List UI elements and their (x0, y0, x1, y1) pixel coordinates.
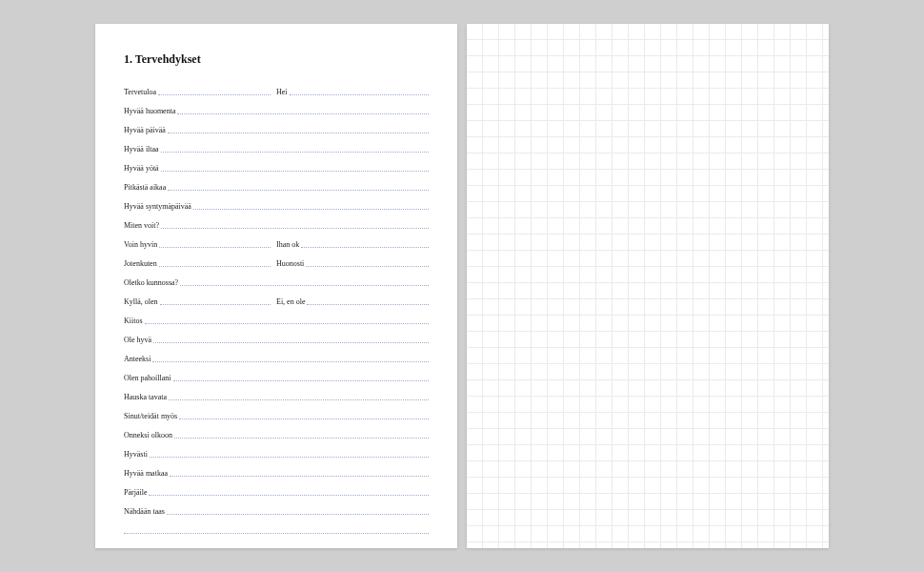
vocab-cell-left: Jotenkuten (124, 259, 276, 269)
vocab-term: Huonosti (276, 259, 306, 269)
vocab-term: Jotenkuten (124, 259, 159, 269)
vocab-term: Ei, en ole (276, 297, 307, 307)
vocab-cell: Pitkästä aikaa (124, 183, 429, 193)
vocab-cell: Sinut/teidät myös (124, 412, 429, 421)
vocabulary-row: Anteeksi (124, 345, 429, 364)
vocab-term: Oletko kunnossa? (124, 278, 180, 288)
vocab-cell: Hyvää syntymäpäivää (124, 202, 429, 212)
vocabulary-row: Miten voit? (124, 212, 429, 231)
vocab-term: Anteeksi (124, 355, 152, 364)
vocab-cell: Hyvää päivää (124, 126, 429, 135)
vocab-term: Hyvästi (124, 450, 150, 460)
vocab-cell-right: Huonosti (276, 259, 429, 269)
vocabulary-row: Hyvää iltaa (124, 135, 429, 154)
vocabulary-row: Onneksi olkoon (124, 421, 429, 440)
vocabulary-row: Hyvää huomenta (124, 97, 429, 116)
vocab-cell: Kiitos (124, 317, 429, 326)
vocab-cell: Hyvää iltaa (124, 145, 429, 154)
vocabulary-row: Ole hyvä (124, 326, 429, 345)
vocab-cell: Miten voit? (124, 221, 429, 231)
vocab-term: Hyvää matkaa (124, 469, 170, 479)
vocab-term: Hyvää syntymäpäivää (124, 202, 193, 212)
vocab-cell-left: Kyllä, olen (124, 297, 276, 307)
vocab-term: Hyvää huomenta (124, 107, 177, 116)
vocab-term: Ole hyvä (124, 336, 153, 345)
right-page-grid (467, 24, 829, 548)
vocabulary-row: Kyllä, olenEi, en ole (124, 288, 429, 307)
vocabulary-row: JotenkutenHuonosti (124, 250, 429, 269)
vocab-cell-right: Ei, en ole (276, 297, 429, 307)
vocab-cell: Hyvää matkaa (124, 469, 429, 479)
vocabulary-row: Pärjäile (124, 479, 429, 498)
vocabulary-row: Olen pahoillani (124, 364, 429, 383)
vocab-cell: Olen pahoillani (124, 374, 429, 383)
vocabulary-row: Hyvää matkaa (124, 460, 429, 479)
vocab-cell: Pärjäile (124, 488, 429, 498)
vocabulary-row: Nähdään taas (124, 498, 429, 517)
vocab-cell: Oletko kunnossa? (124, 278, 429, 288)
vocabulary-row: Pitkästä aikaa (124, 174, 429, 193)
vocabulary-list: TervetuloaHeiHyvää huomentaHyvää päivääH… (124, 78, 429, 517)
vocab-cell: Hyvää yötä (124, 164, 429, 174)
vocabulary-row: Hyvää päivää (124, 116, 429, 135)
vocabulary-row: Hyvää syntymäpäivää (124, 193, 429, 212)
vocabulary-row: Hyvästi (124, 440, 429, 460)
vocab-cell-left: Voin hyvin (124, 240, 276, 250)
vocab-term: Kiitos (124, 317, 145, 326)
vocab-cell-right: Hei (276, 88, 429, 97)
vocab-term: Nähdään taas (124, 507, 167, 517)
vocab-term: Ihan ok (276, 240, 301, 250)
vocab-cell: Anteeksi (124, 355, 429, 364)
vocab-term: Hauska tavata (124, 393, 169, 402)
page-spread: 1. Tervehdykset TervetuloaHeiHyvää huome… (95, 24, 829, 548)
vocab-term: Hei (276, 88, 290, 97)
vocab-cell: Hauska tavata (124, 393, 429, 402)
section-heading: 1. Tervehdykset (124, 52, 429, 67)
vocab-term: Hyvää iltaa (124, 145, 161, 154)
vocab-cell: Ole hyvä (124, 336, 429, 345)
vocabulary-row: Kiitos (124, 307, 429, 326)
vocabulary-row: TervetuloaHei (124, 78, 429, 97)
vocab-term: Sinut/teidät myös (124, 412, 179, 421)
vocab-term: Olen pahoillani (124, 374, 173, 383)
vocab-cell-left: Tervetuloa (124, 88, 276, 97)
vocab-cell: Nähdään taas (124, 507, 429, 517)
vocab-cell: Onneksi olkoon (124, 431, 429, 440)
vocab-term: Kyllä, olen (124, 297, 160, 307)
left-page: 1. Tervehdykset TervetuloaHeiHyvää huome… (95, 24, 457, 548)
blank-line (124, 517, 429, 536)
vocabulary-row: Voin hyvinIhan ok (124, 231, 429, 250)
vocab-term: Miten voit? (124, 221, 161, 231)
vocabulary-row: Hauska tavata (124, 383, 429, 402)
vocabulary-row: Hyvää yötä (124, 154, 429, 174)
vocab-cell: Hyvää huomenta (124, 107, 429, 116)
vocab-term: Pärjäile (124, 488, 149, 498)
vocab-term: Tervetuloa (124, 88, 158, 97)
vocab-term: Hyvää päivää (124, 126, 168, 135)
vocab-term: Voin hyvin (124, 240, 159, 250)
vocabulary-row: Sinut/teidät myös (124, 402, 429, 421)
vocab-term: Pitkästä aikaa (124, 183, 168, 193)
vocabulary-row: Oletko kunnossa? (124, 269, 429, 288)
vocab-cell-right: Ihan ok (276, 240, 429, 250)
vocab-term: Onneksi olkoon (124, 431, 174, 440)
vocab-term: Hyvää yötä (124, 164, 161, 174)
vocab-cell: Hyvästi (124, 450, 429, 460)
